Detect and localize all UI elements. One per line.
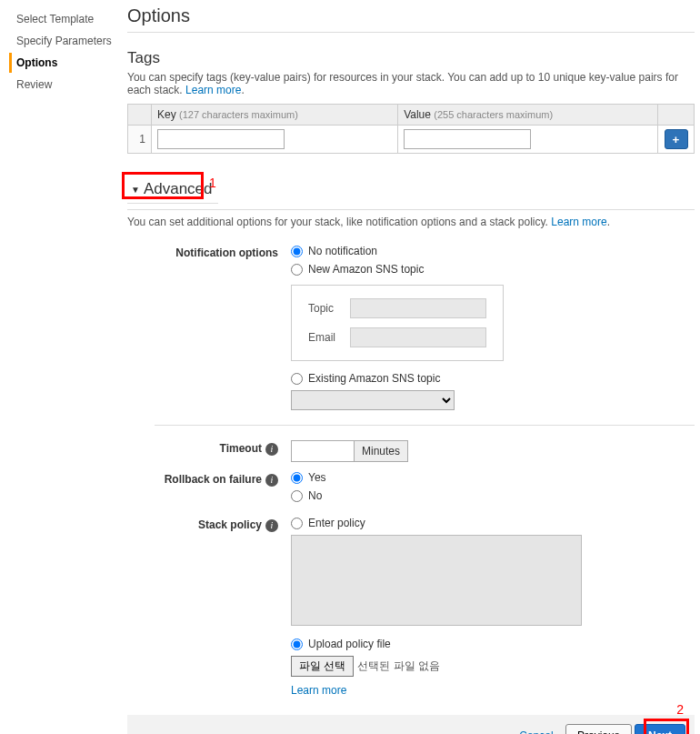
tag-key-input[interactable] bbox=[157, 129, 285, 149]
policy-learn-more-link[interactable]: Learn more bbox=[291, 684, 346, 697]
timeout-unit: Minutes bbox=[354, 440, 408, 462]
notification-options-label: Notification options bbox=[155, 245, 291, 410]
tags-help: You can specify tags (key-value pairs) f… bbox=[127, 71, 695, 96]
rollback-label: Rollback on failurei bbox=[155, 471, 291, 508]
upload-policy-radio[interactable] bbox=[291, 638, 303, 650]
enter-policy-radio[interactable] bbox=[291, 518, 303, 529]
tags-value-header: Value (255 characters maximum) bbox=[398, 105, 658, 126]
file-choose-button[interactable]: 파일 선택 bbox=[291, 656, 354, 677]
advanced-help: You can set additional options for your … bbox=[127, 216, 695, 228]
tags-heading: Tags bbox=[127, 49, 695, 67]
tags-rownum: 1 bbox=[128, 126, 152, 154]
tags-key-header: Key (127 characters maximum) bbox=[152, 105, 398, 126]
new-sns-radio[interactable] bbox=[291, 264, 303, 276]
tags-row: 1 + bbox=[128, 126, 695, 154]
existing-sns-select[interactable] bbox=[291, 390, 455, 410]
cancel-link[interactable]: Cancel bbox=[519, 729, 553, 734]
caret-down-icon: ▼ bbox=[131, 185, 140, 195]
email-label: Email bbox=[308, 331, 350, 344]
annotation-number-1: 1 bbox=[209, 176, 216, 190]
info-icon[interactable]: i bbox=[265, 519, 278, 532]
topic-input[interactable] bbox=[350, 298, 486, 318]
sidebar-item-specify-parameters[interactable]: Specify Parameters bbox=[9, 31, 118, 51]
new-sns-box: Topic Email bbox=[291, 285, 504, 361]
tags-learn-more-link[interactable]: Learn more bbox=[185, 84, 241, 96]
annotation-number-2: 2 bbox=[676, 702, 684, 717]
rollback-yes-radio[interactable] bbox=[291, 472, 303, 484]
email-input[interactable] bbox=[350, 327, 486, 347]
no-notification-radio[interactable] bbox=[291, 246, 303, 257]
rollback-no-radio[interactable] bbox=[291, 490, 303, 502]
tag-value-input[interactable] bbox=[404, 129, 531, 149]
info-icon[interactable]: i bbox=[265, 443, 278, 456]
next-button[interactable]: Next bbox=[635, 724, 685, 734]
sidebar-item-select-template[interactable]: Select Template bbox=[9, 9, 118, 29]
wizard-sidebar: Select Template Specify Parameters Optio… bbox=[9, 5, 118, 734]
timeout-input[interactable] bbox=[291, 440, 355, 462]
policy-textarea[interactable] bbox=[291, 535, 582, 626]
advanced-toggle[interactable]: ▼Advanced bbox=[127, 176, 218, 204]
sidebar-item-review[interactable]: Review bbox=[9, 75, 118, 95]
previous-button[interactable]: Previous bbox=[565, 724, 632, 734]
advanced-learn-more-link[interactable]: Learn more bbox=[551, 216, 606, 228]
info-icon[interactable]: i bbox=[265, 474, 278, 487]
topic-label: Topic bbox=[308, 302, 350, 315]
page-title: Options bbox=[127, 5, 695, 33]
wizard-footer: Cancel Previous Next 2 bbox=[127, 715, 695, 734]
stack-policy-label: Stack policyi bbox=[155, 517, 291, 697]
file-chosen-text: 선택된 파일 없음 bbox=[357, 659, 440, 672]
timeout-label: Timeouti bbox=[155, 440, 291, 462]
tags-table: Key (127 characters maximum) Value (255 … bbox=[127, 104, 695, 154]
sidebar-item-options[interactable]: Options bbox=[9, 53, 118, 73]
add-tag-button[interactable]: + bbox=[665, 129, 688, 149]
existing-sns-radio[interactable] bbox=[291, 373, 303, 385]
